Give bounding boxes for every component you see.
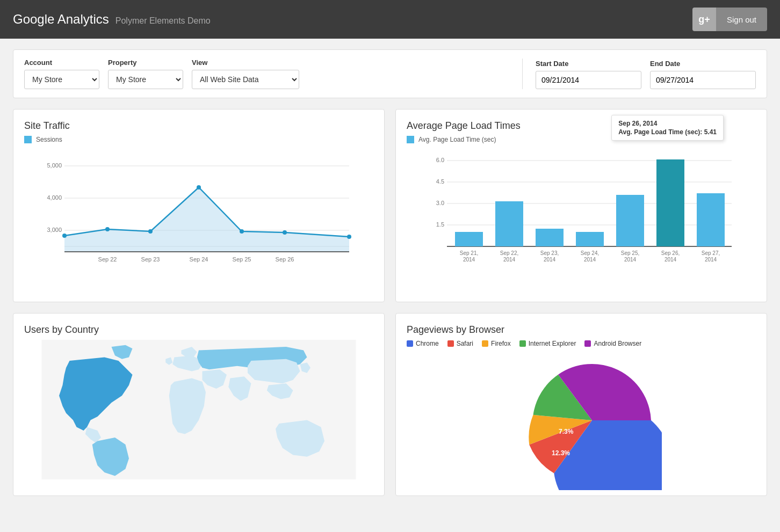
site-traffic-title: Site Traffic: [24, 120, 373, 132]
svg-rect-32: [495, 201, 523, 246]
svg-text:4.5: 4.5: [436, 178, 444, 185]
safari-label: Safari: [457, 340, 473, 347]
svg-text:2014: 2014: [503, 257, 516, 263]
ie-dot: [519, 340, 526, 347]
legend-chrome: Chrome: [407, 340, 439, 347]
account-filter: Account My Store: [24, 59, 99, 89]
property-label: Property: [108, 59, 183, 67]
site-traffic-card: Site Traffic Sessions 5,000 4,000 3,000: [13, 109, 385, 302]
svg-text:7.3%: 7.3%: [559, 428, 574, 435]
charts-row-1: Site Traffic Sessions 5,000 4,000 3,000: [13, 109, 767, 302]
svg-text:Sep 21,: Sep 21,: [460, 250, 478, 256]
end-date-filter: End Date: [650, 60, 756, 89]
gplus-button[interactable]: g+: [692, 8, 716, 31]
pie-chart-container: 12.3% 7.3%: [407, 356, 756, 485]
svg-point-14: [347, 235, 351, 239]
filter-divider: [522, 59, 523, 89]
svg-text:6.0: 6.0: [436, 157, 444, 163]
svg-text:3,000: 3,000: [47, 227, 62, 233]
china: [248, 359, 300, 384]
safari-dot: [447, 340, 454, 347]
charts-row-2: Users by Country: [13, 313, 767, 496]
users-country-card: Users by Country: [13, 313, 385, 496]
account-select[interactable]: My Store: [24, 70, 99, 89]
svg-text:3.0: 3.0: [436, 200, 444, 206]
svg-text:Sep 26,: Sep 26,: [661, 250, 680, 256]
svg-text:1.5: 1.5: [436, 221, 444, 228]
svg-rect-33: [536, 229, 564, 246]
legend-android: Android Browser: [584, 340, 641, 347]
start-date-input[interactable]: [536, 71, 641, 89]
legend-safari: Safari: [447, 340, 473, 347]
svg-text:2014: 2014: [544, 257, 556, 263]
svg-point-12: [240, 229, 244, 234]
svg-point-11: [197, 185, 201, 190]
filter-group: Account My Store Property My Store View …: [24, 59, 509, 89]
property-select[interactable]: My Store: [108, 70, 183, 89]
svg-rect-35: [616, 195, 644, 246]
svg-text:4,000: 4,000: [47, 194, 62, 201]
tooltip-date: Sep 26, 2014: [618, 120, 717, 127]
app-title: Google Analytics: [13, 12, 109, 27]
start-date-label: Start Date: [536, 60, 641, 68]
date-group: Start Date End Date: [536, 60, 756, 89]
main-content: Account My Store Property My Store View …: [0, 39, 780, 507]
end-date-label: End Date: [650, 60, 756, 68]
firefox-dot: [482, 340, 488, 347]
chrome-label: Chrome: [416, 340, 439, 347]
map-svg: [24, 340, 373, 479]
android-dot: [584, 340, 591, 347]
svg-text:Sep 23: Sep 23: [141, 256, 160, 263]
view-select[interactable]: All Web Site Data: [192, 70, 299, 89]
svg-point-8: [62, 234, 67, 238]
svg-text:Sep 24: Sep 24: [190, 256, 208, 263]
svg-text:2014: 2014: [584, 257, 596, 263]
users-country-title: Users by Country: [24, 324, 373, 336]
legend-ie: Internet Explorer: [519, 340, 576, 347]
svg-rect-36: [656, 159, 684, 246]
svg-text:Sep 27,: Sep 27,: [702, 250, 720, 256]
header-actions: g+ Sign out: [692, 8, 767, 31]
svg-text:Sep 25,: Sep 25,: [621, 250, 639, 256]
svg-text:2014: 2014: [705, 257, 717, 263]
svg-point-9: [105, 227, 110, 231]
header-branding: Google Analytics Polymer Elements Demo: [13, 12, 211, 27]
account-label: Account: [24, 59, 99, 67]
svg-text:Sep 23,: Sep 23,: [540, 250, 559, 256]
svg-text:Sep 24,: Sep 24,: [581, 250, 599, 256]
property-filter: Property My Store: [108, 59, 183, 89]
svg-point-10: [148, 229, 153, 234]
gplus-icon: g+: [698, 14, 710, 25]
world-map: [24, 340, 373, 479]
svg-text:Sep 22,: Sep 22,: [500, 250, 518, 256]
app-subtitle: Polymer Elements Demo: [115, 16, 211, 26]
view-filter: View All Web Site Data: [192, 59, 299, 89]
svg-text:5,000: 5,000: [47, 162, 62, 169]
android-label: Android Browser: [594, 340, 641, 347]
browser-legend: Chrome Safari Firefox Internet Explorer …: [407, 340, 756, 347]
svg-text:12.3%: 12.3%: [552, 449, 570, 457]
svg-rect-31: [455, 232, 483, 246]
page-load-chart: 6.0 4.5 3.0 1.5: [407, 150, 756, 289]
pie-chart: 12.3% 7.3%: [501, 351, 662, 490]
svg-text:2014: 2014: [463, 257, 475, 263]
page-load-card: Average Page Load Times Avg. Page Load T…: [395, 109, 767, 302]
end-date-input[interactable]: [650, 71, 756, 89]
site-traffic-chart: 5,000 4,000 3,000 Sep 22 Sep 23: [24, 150, 373, 268]
svg-text:Sep 25: Sep 25: [233, 256, 251, 263]
sessions-legend-color: [24, 136, 32, 143]
svg-rect-34: [576, 232, 604, 246]
browser-card: Pageviews by Browser Chrome Safari Firef…: [395, 313, 767, 496]
signout-button[interactable]: Sign out: [716, 8, 767, 31]
start-date-filter: Start Date: [536, 60, 641, 89]
view-label: View: [192, 59, 299, 67]
svg-text:Sep 22: Sep 22: [98, 256, 117, 263]
browser-title: Pageviews by Browser: [407, 324, 756, 336]
svg-text:2014: 2014: [624, 257, 637, 263]
sessions-legend-label: Sessions: [36, 136, 62, 143]
svg-rect-37: [697, 193, 725, 246]
svg-text:2014: 2014: [665, 257, 677, 263]
page-load-legend-color: [407, 136, 414, 143]
legend-firefox: Firefox: [482, 340, 511, 347]
svg-point-13: [283, 230, 287, 235]
